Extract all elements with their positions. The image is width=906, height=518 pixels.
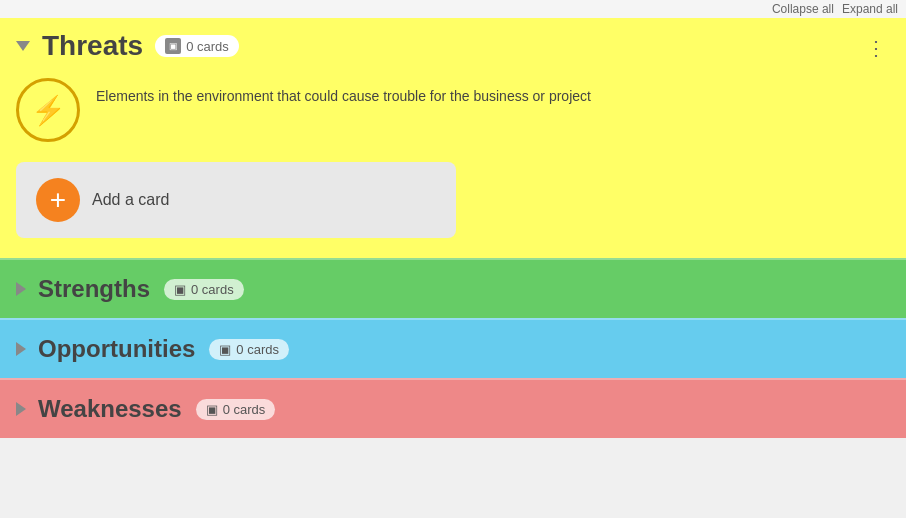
opportunities-chevron-right-icon	[16, 342, 26, 356]
weaknesses-card-count: 0 cards	[223, 402, 266, 417]
weaknesses-cards-badge: ▣ 0 cards	[196, 399, 276, 420]
threats-description-row: ⚡ Elements in the environment that could…	[16, 78, 890, 142]
strengths-chevron-right-icon	[16, 282, 26, 296]
top-bar: Collapse all Expand all	[0, 0, 906, 18]
add-card-label: Add a card	[92, 191, 169, 209]
strengths-section[interactable]: Strengths ▣ 0 cards	[0, 258, 906, 318]
top-bar-actions: Collapse all Expand all	[772, 2, 898, 16]
opportunities-title: Opportunities	[38, 335, 195, 363]
threats-description: Elements in the environment that could c…	[96, 78, 591, 107]
strengths-title: Strengths	[38, 275, 150, 303]
opportunities-badge-icon: ▣	[219, 342, 231, 357]
weaknesses-badge-icon: ▣	[206, 402, 218, 417]
threats-section: Threats ▣ 0 cards ⋮ ⚡ Elements in the en…	[0, 18, 906, 258]
threats-card-count: 0 cards	[186, 39, 229, 54]
threats-more-button[interactable]: ⋮	[862, 34, 890, 62]
add-card-icon: +	[36, 178, 80, 222]
collapse-all-link[interactable]: Collapse all	[772, 2, 834, 16]
strengths-badge-icon: ▣	[174, 282, 186, 297]
opportunities-card-count: 0 cards	[236, 342, 279, 357]
threats-icon-circle: ⚡	[16, 78, 80, 142]
weaknesses-title: Weaknesses	[38, 395, 182, 423]
opportunities-section[interactable]: Opportunities ▣ 0 cards	[0, 318, 906, 378]
threats-cards-badge: ▣ 0 cards	[155, 35, 239, 57]
strengths-card-count: 0 cards	[191, 282, 234, 297]
opportunities-cards-badge: ▣ 0 cards	[209, 339, 289, 360]
weaknesses-section[interactable]: Weaknesses ▣ 0 cards	[0, 378, 906, 438]
weaknesses-chevron-right-icon	[16, 402, 26, 416]
lightning-bolt-icon: ⚡	[31, 94, 66, 127]
strengths-cards-badge: ▣ 0 cards	[164, 279, 244, 300]
add-card-button[interactable]: + Add a card	[16, 162, 456, 238]
cards-badge-icon: ▣	[165, 38, 181, 54]
threats-title: Threats	[42, 30, 143, 62]
threats-header: Threats ▣ 0 cards	[16, 30, 890, 62]
expand-all-link[interactable]: Expand all	[842, 2, 898, 16]
threats-chevron-down-icon[interactable]	[16, 41, 30, 51]
